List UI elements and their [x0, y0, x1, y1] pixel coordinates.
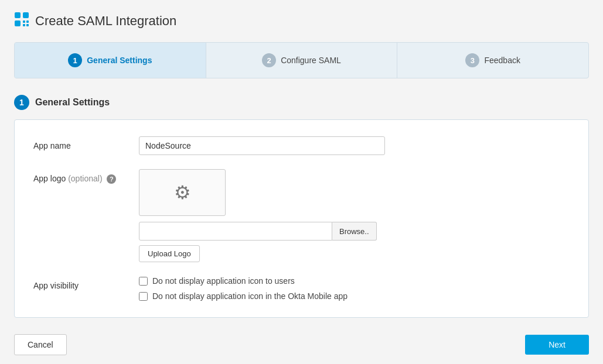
app-name-row: App name: [33, 136, 570, 155]
svg-rect-4: [26, 20, 29, 23]
app-logo-label: App logo (optional) ?: [33, 169, 139, 184]
visibility-option2-checkbox[interactable]: [139, 292, 148, 301]
step-label-2: Configure SAML: [281, 56, 341, 65]
svg-rect-3: [23, 20, 25, 23]
app-logo-icon: [14, 12, 29, 30]
svg-rect-5: [23, 24, 25, 26]
browse-button[interactable]: Browse..: [332, 222, 377, 241]
visibility-option1-label: Do not display application icon to users: [152, 276, 295, 286]
app-name-input[interactable]: [139, 136, 385, 155]
stepper-step-3[interactable]: 3 Feedback: [397, 43, 588, 78]
file-input-row: Browse..: [139, 222, 570, 241]
app-logo-control: ⚙ Browse.. Upload Logo: [139, 169, 570, 262]
svg-rect-1: [23, 12, 29, 18]
app-name-label: App name: [33, 136, 139, 150]
section-heading: 1 General Settings: [14, 95, 589, 110]
visibility-option2-label: Do not display application icon in the O…: [152, 291, 348, 301]
stepper-step-1[interactable]: 1 General Settings: [15, 43, 206, 78]
svg-rect-2: [15, 20, 21, 26]
footer-actions: Cancel Next: [14, 334, 589, 355]
form-card: App name App logo (optional) ? ⚙ Browse.…: [14, 119, 589, 318]
cancel-button[interactable]: Cancel: [14, 334, 67, 355]
section-number: 1: [14, 95, 29, 110]
visibility-option1-checkbox[interactable]: [139, 277, 148, 286]
step-label-3: Feedback: [484, 56, 520, 65]
file-path-input[interactable]: [139, 222, 332, 241]
app-visibility-label: App visibility: [33, 276, 139, 290]
step-circle-1: 1: [68, 53, 82, 67]
app-name-control: [139, 136, 570, 155]
step-label-1: General Settings: [87, 56, 152, 65]
logo-preview: ⚙: [139, 169, 226, 216]
visibility-option2-row: Do not display application icon in the O…: [139, 291, 570, 301]
stepper: 1 General Settings 2 Configure SAML 3 Fe…: [14, 42, 589, 78]
page-header: Create SAML Integration: [14, 12, 589, 30]
help-icon[interactable]: ?: [107, 174, 116, 184]
app-logo-optional: (optional): [68, 174, 102, 183]
visibility-option1-row: Do not display application icon to users: [139, 276, 570, 286]
gear-icon: ⚙: [174, 181, 191, 204]
svg-rect-6: [26, 24, 29, 26]
stepper-step-2[interactable]: 2 Configure SAML: [206, 43, 398, 78]
next-button[interactable]: Next: [525, 335, 589, 355]
app-logo-row: App logo (optional) ? ⚙ Browse.. Upload …: [33, 169, 570, 262]
upload-logo-button[interactable]: Upload Logo: [139, 245, 200, 262]
step-circle-2: 2: [262, 53, 276, 67]
svg-rect-0: [15, 12, 21, 18]
page-title: Create SAML Integration: [35, 13, 176, 29]
section-title: General Settings: [35, 97, 110, 108]
app-visibility-row: App visibility Do not display applicatio…: [33, 276, 570, 301]
app-visibility-control: Do not display application icon to users…: [139, 276, 570, 301]
step-circle-3: 3: [465, 53, 479, 67]
